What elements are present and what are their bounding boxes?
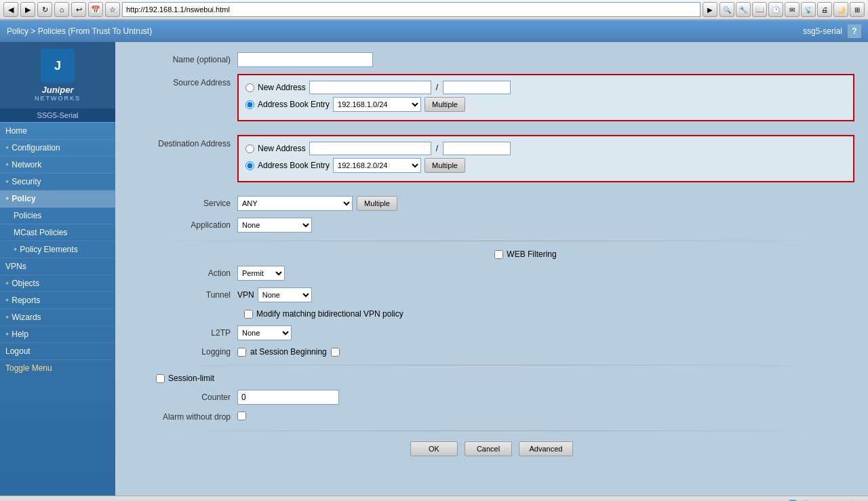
sidebar-item-label: Home: [5, 126, 27, 136]
sidebar-item-configuration[interactable]: + Configuration: [0, 140, 115, 157]
forward-button[interactable]: ▶: [20, 2, 35, 17]
address-bar: [122, 2, 701, 17]
search-icon[interactable]: 🔍: [719, 2, 734, 17]
logging-checkbox[interactable]: [237, 348, 246, 357]
vpn-label: VPN: [237, 290, 254, 300]
logging-session-end-checkbox[interactable]: [331, 348, 340, 357]
content-area: Name (optional) Source Address New Addre…: [115, 42, 868, 496]
sidebar-item-label: Wizards: [12, 313, 41, 322]
history-button[interactable]: ↩: [71, 2, 86, 17]
dest-new-address-radio[interactable]: [245, 144, 254, 153]
dest-multiple-button[interactable]: Multiple: [425, 158, 465, 173]
sidebar-item-policy[interactable]: + Policy: [0, 191, 115, 207]
breadcrumb: Policy > Policies (From Trust To Untrust…: [7, 26, 152, 36]
tools-icon[interactable]: 🔧: [736, 2, 751, 17]
ok-button[interactable]: OK: [410, 441, 458, 456]
sidebar: J Juniper NETWORKS SSG5-Serial Home + Co…: [0, 42, 115, 496]
service-multiple-button[interactable]: Multiple: [357, 196, 397, 211]
web-filtering-label: WEB Filtering: [507, 249, 556, 259]
rss-icon[interactable]: 📡: [801, 2, 816, 17]
sidebar-item-label: Reports: [12, 296, 40, 305]
cancel-button[interactable]: Cancel: [465, 441, 512, 456]
expand-icon: +: [5, 178, 9, 185]
name-field: [237, 52, 854, 67]
dest-book-dropdown[interactable]: 192.168.2.0/24: [333, 158, 421, 173]
home-button[interactable]: ⌂: [54, 2, 69, 17]
source-book-row: Address Book Entry 192.168.1.0/24 Multip…: [245, 97, 846, 112]
address-input[interactable]: [122, 2, 701, 17]
dest-new-address-label: New Address: [258, 144, 306, 153]
source-book-dropdown[interactable]: 192.168.1.0/24: [333, 97, 421, 112]
source-new-address-mask[interactable]: [443, 81, 511, 94]
sidebar-logo: J Juniper NETWORKS: [0, 42, 115, 108]
dest-new-address-mask[interactable]: [443, 142, 511, 155]
sidebar-item-home[interactable]: Home: [0, 123, 115, 140]
web-filtering-checkbox[interactable]: [494, 250, 503, 259]
back-button[interactable]: ◀: [3, 2, 18, 17]
calendar-button[interactable]: 📅: [88, 2, 103, 17]
dest-book-radio[interactable]: [245, 161, 254, 170]
expand-icon: +: [5, 195, 9, 202]
sidebar-item-vpns[interactable]: VPNs: [0, 258, 115, 275]
session-limit-checkbox[interactable]: [156, 374, 165, 383]
sidebar-item-mcast-policies[interactable]: MCast Policies: [0, 224, 115, 241]
vpn-dropdown[interactable]: None: [258, 287, 312, 302]
help-button[interactable]: ?: [848, 24, 861, 38]
sidebar-item-security[interactable]: + Security: [0, 174, 115, 191]
alarm-checkbox[interactable]: [237, 412, 246, 420]
logging-session-label: at Session Beginning: [250, 347, 327, 357]
action-label: Action: [129, 268, 237, 278]
bookmark-icon[interactable]: 📖: [752, 2, 767, 17]
name-input[interactable]: [237, 52, 373, 67]
sidebar-item-policies[interactable]: Policies: [0, 207, 115, 224]
source-new-address-radio[interactable]: [245, 83, 254, 92]
sidebar-item-network[interactable]: + Network: [0, 157, 115, 174]
source-multiple-button[interactable]: Multiple: [425, 97, 465, 112]
expand-icon[interactable]: ⊞: [850, 2, 865, 17]
mail-icon[interactable]: ✉: [785, 2, 800, 17]
session-limit-row: Session-limit: [156, 374, 854, 383]
source-address-section: New Address / Address Book Entry 192.168…: [237, 74, 854, 121]
source-new-address-input[interactable]: [309, 81, 431, 94]
sidebar-item-wizards[interactable]: + Wizards: [0, 309, 115, 326]
action-dropdown[interactable]: Permit: [237, 266, 285, 281]
sidebar-item-policy-elements[interactable]: + Policy Elements: [0, 241, 115, 258]
source-book-radio[interactable]: [245, 100, 254, 109]
moon-icon[interactable]: 🌙: [833, 2, 848, 17]
tunnel-row: Tunnel VPN None: [129, 287, 854, 302]
print-icon[interactable]: 🖨: [817, 2, 832, 17]
sidebar-item-help[interactable]: + Help: [0, 326, 115, 343]
modify-vpn-row: Modify matching bidirectional VPN policy: [244, 309, 854, 319]
application-dropdown[interactable]: None: [237, 218, 312, 233]
logging-field: at Session Beginning: [237, 347, 854, 357]
star-button[interactable]: ☆: [105, 2, 120, 17]
web-filtering-row: WEB Filtering: [197, 249, 854, 259]
service-dropdown[interactable]: ANY: [237, 196, 353, 211]
sidebar-item-logout[interactable]: Logout: [0, 343, 115, 360]
reload-button[interactable]: ↻: [37, 2, 52, 17]
status-bar: ◀ Edit 🌐 中 🌙 ⌨ 🎤 ⚙: [0, 496, 868, 501]
l2tp-dropdown[interactable]: None: [237, 325, 292, 340]
sidebar-item-label: Network: [12, 160, 41, 169]
button-row: OK Cancel Advanced: [129, 441, 854, 456]
advanced-button[interactable]: Advanced: [519, 441, 573, 456]
action-row: Action Permit: [129, 266, 854, 281]
history-icon[interactable]: 🕐: [768, 2, 783, 17]
sidebar-item-reports[interactable]: + Reports: [0, 292, 115, 309]
expand-icon: +: [5, 280, 9, 287]
source-new-address-row: New Address /: [245, 81, 846, 94]
sidebar-item-label: Policies: [14, 211, 41, 220]
modify-vpn-checkbox[interactable]: [244, 310, 253, 319]
tunnel-field: VPN None: [237, 287, 854, 302]
dest-new-address-input[interactable]: [309, 142, 431, 155]
logging-label: Logging: [129, 347, 237, 357]
expand-icon: +: [5, 331, 9, 338]
sidebar-item-objects[interactable]: + Objects: [0, 275, 115, 292]
go-button[interactable]: ▶: [703, 2, 717, 17]
sidebar-item-label: Policy: [12, 194, 35, 203]
expand-icon: +: [5, 314, 9, 321]
toggle-menu[interactable]: Toggle Menu: [0, 360, 115, 376]
l2tp-field: None: [237, 325, 854, 340]
counter-input[interactable]: [237, 390, 339, 405]
dest-new-address-row: New Address /: [245, 142, 846, 155]
